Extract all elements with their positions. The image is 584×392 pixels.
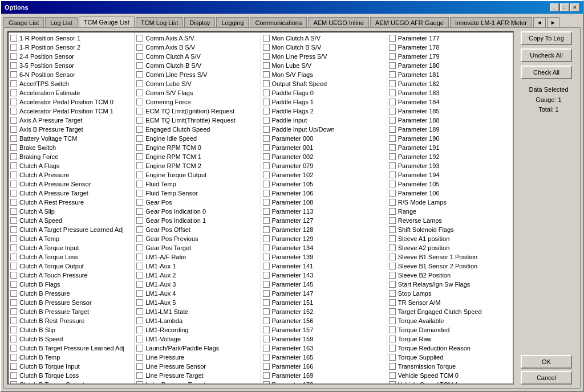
list-item[interactable]: Parameter 128 [261,225,387,234]
list-item[interactable]: LM1-Aux 1 [135,262,260,271]
list-item[interactable]: Mon Line Press S/V [261,52,387,61]
checkbox[interactable] [10,263,17,270]
checkbox[interactable] [389,235,396,242]
checkbox[interactable] [263,363,270,370]
tab-scroll-left[interactable]: ◄ [533,17,546,27]
checkbox[interactable] [136,62,143,69]
checkbox[interactable] [136,299,143,306]
checkbox[interactable] [389,181,396,187]
checkbox[interactable] [10,345,17,352]
list-item[interactable]: ECM TQ Limit(Throttle) Request [135,116,260,125]
checkbox[interactable] [389,217,396,224]
checkbox[interactable] [263,235,270,242]
checkbox[interactable] [10,162,17,169]
list-item[interactable]: Engine RPM TCM 2 [135,161,260,170]
checkbox[interactable] [389,117,396,124]
close-button[interactable]: ✕ [570,3,579,11]
checkbox[interactable] [136,181,143,187]
checkbox[interactable] [136,235,143,242]
list-item[interactable]: Sleeve B1 Sensor 2 Position [387,262,513,271]
checkbox[interactable] [10,363,17,370]
list-item[interactable]: Parameter 194 [387,170,513,179]
checkbox[interactable] [10,181,17,187]
checkbox[interactable] [136,381,143,383]
list-item[interactable]: Parameter 139 [261,252,387,262]
checkbox[interactable] [10,144,17,151]
checkbox[interactable] [263,208,270,215]
list-item[interactable]: Gear Pos Target [135,243,260,252]
checkbox[interactable] [10,208,17,215]
checkbox[interactable] [10,336,17,342]
list-item[interactable]: Clutch A Flags [9,161,134,170]
list-item[interactable]: Clutch B Target Pressure Learned Adj [9,344,134,353]
list-item[interactable]: Acceleration Estimate [9,88,134,97]
checkbox[interactable] [136,317,143,324]
list-item[interactable]: Clutch B Rest Pressure [9,316,134,325]
list-item[interactable]: 3-5 Position Sensor [9,61,134,70]
list-item[interactable]: Parameter 002 [261,152,387,161]
list-item[interactable]: Clutch A Speed [9,216,134,225]
list-item[interactable]: Sleeve B2 Position [387,271,513,280]
tab-display[interactable]: Display [184,17,215,27]
checkbox[interactable] [10,308,17,315]
checkbox[interactable] [136,199,143,206]
list-item[interactable]: Clutch A Slip [9,207,134,216]
checkbox[interactable] [136,44,143,51]
checkbox[interactable] [136,126,143,133]
list-item[interactable]: LM1-Voltage [135,334,260,344]
list-item[interactable]: Range [387,207,513,216]
checkbox[interactable] [263,71,270,78]
list-item[interactable]: Parameter 106 [387,189,513,198]
list-item[interactable]: R/S Mode Lamps [387,198,513,207]
checkbox[interactable] [10,117,17,124]
checkbox[interactable] [263,299,270,306]
list-item[interactable]: Launch/Park/Paddle Flags [135,344,260,353]
checkbox[interactable] [263,263,270,270]
checkbox[interactable] [10,99,17,105]
list-item[interactable]: Parameter 170 [261,380,387,383]
checkbox[interactable] [263,108,270,115]
checkbox[interactable] [136,363,143,370]
checkbox[interactable] [389,326,396,333]
list-item[interactable]: 1-R Position Sensor 1 [9,34,134,43]
list-item[interactable]: Parameter 185 [387,107,513,116]
list-item[interactable]: LM1-Aux 5 [135,298,260,307]
list-item[interactable]: Torque Supplied [387,353,513,362]
checkbox[interactable] [389,108,396,115]
list-item[interactable]: Parameter 165 [261,353,387,362]
checkbox[interactable] [263,326,270,333]
checkbox[interactable] [389,62,396,69]
checkbox[interactable] [10,281,17,288]
list-item[interactable]: Clutch A Pressure Sensor [9,179,134,189]
list-item[interactable]: Clutch B Pressure [9,289,134,298]
checkbox[interactable] [389,199,396,206]
tab-log-list[interactable]: Log List [45,17,78,27]
checkbox[interactable] [263,172,270,178]
list-item[interactable]: Parameter 145 [261,280,387,289]
list-item[interactable]: Parameter 129 [261,234,387,243]
list-item[interactable]: Parameter 166 [261,362,387,371]
checkbox[interactable] [263,144,270,151]
checkbox[interactable] [10,226,17,233]
list-item[interactable]: Parameter 143 [261,271,387,280]
tab-aem-uego-afr[interactable]: AEM UEGO AFR Gauge [370,17,449,27]
checkbox[interactable] [389,71,396,78]
list-item[interactable]: Target Engaged Clutch Speed [387,307,513,316]
checkbox[interactable] [10,254,17,260]
list-item[interactable]: Clutch A Temp [9,234,134,243]
list-item[interactable]: Gear Pos [135,198,260,207]
list-item[interactable]: Line Pressure Sensor [135,362,260,371]
list-item[interactable]: Vehicle Speed TCM 0 [387,371,513,380]
checkbox[interactable] [389,299,396,306]
checkbox[interactable] [10,108,17,115]
list-item[interactable]: LM1-Aux 3 [135,280,260,289]
checkbox[interactable] [263,190,270,197]
checkbox[interactable] [10,217,17,224]
list-item[interactable]: Parameter 141 [261,262,387,271]
checkbox[interactable] [136,108,143,115]
checkbox[interactable] [136,345,143,352]
checkbox[interactable] [389,354,396,361]
list-item[interactable]: Torque Raw [387,334,513,344]
checkbox[interactable] [136,308,143,315]
list-item[interactable]: Mon S/V Flags [261,70,387,79]
